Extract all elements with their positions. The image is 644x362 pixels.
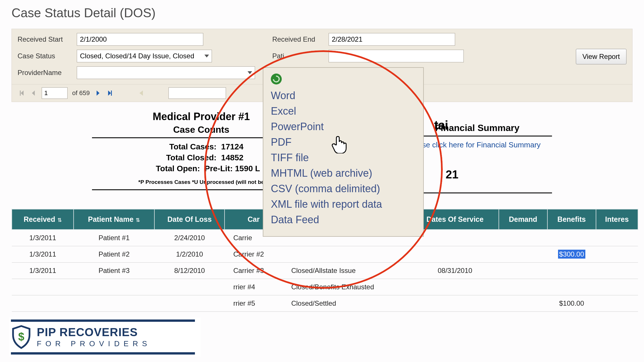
table-cell: 8/12/2010: [154, 263, 225, 279]
table-cell: Closed/Settled: [283, 295, 411, 312]
table-cell: [499, 295, 547, 312]
table-cell: 2/24/2010: [154, 230, 225, 246]
brand-logo: $ PIP RECOVERIES FOR PROVIDERS: [9, 318, 201, 356]
export-option[interactable]: PowerPoint: [271, 121, 416, 133]
table-cell: $100.00: [547, 295, 596, 312]
table-cell: [411, 230, 499, 246]
view-report-button[interactable]: View Report: [576, 49, 626, 64]
table-cell: Closed/Benefits Exhausted: [283, 279, 411, 295]
pager-last-button[interactable]: [106, 89, 114, 97]
refresh-icon[interactable]: [271, 74, 282, 84]
table-cell: Patient #2: [74, 246, 154, 263]
export-option[interactable]: TIFF file: [271, 152, 416, 164]
export-option[interactable]: Word: [271, 90, 416, 102]
table-cell: [411, 279, 499, 295]
total-open-value: Pre-Lit: 1590 L: [205, 164, 260, 173]
export-option[interactable]: XML file with report data: [271, 198, 416, 210]
column-header[interactable]: Date Of Loss: [154, 209, 225, 230]
table-cell: [596, 246, 638, 263]
case-status-select[interactable]: [77, 50, 212, 62]
table-cell: [547, 263, 596, 279]
table-cell: 1/2/2010: [154, 246, 225, 263]
total-cases-value: 17124: [221, 142, 244, 151]
received-start-label: Received Start: [18, 35, 72, 43]
table-cell: [547, 279, 596, 295]
table-cell: 08/31/2010: [411, 263, 499, 279]
table-cell: 1/3/2011: [12, 246, 74, 263]
export-option[interactable]: MHTML (web archive): [271, 167, 416, 179]
table-cell: rrier #5: [225, 295, 283, 312]
provider-name-label: ProviderName: [18, 69, 72, 77]
table-row[interactable]: 1/3/2011Patient #21/2/2010Carrier #2$300…: [12, 246, 638, 263]
logo-line2: FOR PROVIDERS: [37, 339, 151, 348]
table-cell: [596, 230, 638, 246]
table-cell: [283, 246, 411, 263]
table-cell: [74, 295, 154, 312]
case-status-label: Case Status: [18, 52, 72, 60]
table-cell: [12, 295, 74, 312]
table-row[interactable]: 1/3/2011Patient #38/12/2010Carrier #3Clo…: [12, 263, 638, 279]
total-cases-label: Total Cases:: [159, 142, 216, 151]
shield-icon: $: [11, 325, 32, 349]
patient-label: Pati: [272, 52, 324, 60]
pager-of-label: of 659: [72, 89, 90, 97]
table-cell: 1/3/2011: [12, 263, 74, 279]
table-cell: [499, 279, 547, 295]
export-menu: WordExcelPowerPointPDFTIFF fileMHTML (we…: [263, 67, 424, 237]
pager-next-button[interactable]: [94, 89, 102, 97]
total-open-label: Total Open:: [143, 164, 200, 173]
table-cell: [596, 279, 638, 295]
table-cell: [154, 295, 225, 312]
received-end-input[interactable]: [329, 33, 455, 46]
table-cell: [499, 230, 547, 246]
column-header[interactable]: Demand: [499, 209, 547, 230]
table-cell: [411, 295, 499, 312]
table-cell: Closed/Allstate Issue: [283, 263, 411, 279]
table-cell: [596, 263, 638, 279]
table-cell: [547, 230, 596, 246]
financial-summary-link[interactable]: ease click here for Financial Summary: [414, 140, 541, 149]
page-title: Case Status Detail (DOS): [12, 0, 632, 29]
table-cell: [154, 279, 225, 295]
export-option[interactable]: Data Feed: [271, 214, 416, 226]
table-row[interactable]: rrier #4Closed/Benefits Exhausted: [12, 279, 638, 295]
column-header[interactable]: Received⇅: [12, 209, 74, 230]
patient-input[interactable]: [329, 50, 464, 62]
logo-line1: PIP RECOVERIES: [37, 326, 151, 339]
received-start-input[interactable]: [77, 33, 203, 46]
table-row[interactable]: rrier #5Closed/Settled$100.00: [12, 295, 638, 312]
table-cell: Patient #3: [74, 263, 154, 279]
pager-prev-button[interactable]: [30, 89, 37, 97]
table-cell: [411, 246, 499, 263]
pager-page-input[interactable]: [42, 87, 68, 99]
column-header[interactable]: Interes: [596, 209, 638, 230]
table-cell: [74, 279, 154, 295]
table-cell: [499, 246, 547, 263]
table-cell: Carrier #3: [225, 263, 283, 279]
table-cell: 1/3/2011: [12, 230, 74, 246]
pager-first-button[interactable]: [18, 89, 25, 97]
table-cell: [499, 263, 547, 279]
column-header[interactable]: Patient Name⇅: [74, 209, 154, 230]
table-cell: rrier #4: [225, 279, 283, 295]
export-option[interactable]: PDF: [271, 136, 416, 148]
total-closed-label: Total Closed:: [159, 153, 216, 162]
sort-icon[interactable]: ⇅: [136, 217, 140, 223]
table-cell: [12, 279, 74, 295]
sort-icon[interactable]: ⇅: [57, 217, 62, 223]
export-option[interactable]: CSV (comma delimited): [271, 183, 416, 195]
svg-text:$: $: [18, 330, 24, 343]
table-cell: Carrier #2: [225, 246, 283, 263]
export-option[interactable]: Excel: [271, 105, 416, 117]
total-closed-value: 14852: [221, 153, 244, 162]
pager-back-button[interactable]: [137, 89, 145, 97]
column-header[interactable]: Dates Of Service: [411, 209, 499, 230]
financial-heading: Financial Summary: [402, 123, 552, 133]
received-end-label: Received End: [272, 35, 324, 43]
provider-name-select[interactable]: [77, 66, 255, 79]
pager-search-input[interactable]: [168, 87, 226, 99]
column-header[interactable]: Benefits: [547, 209, 596, 230]
table-cell: $300.00: [547, 246, 596, 263]
obscured-heading-fragment: tai: [434, 118, 448, 132]
table-cell: [596, 295, 638, 312]
